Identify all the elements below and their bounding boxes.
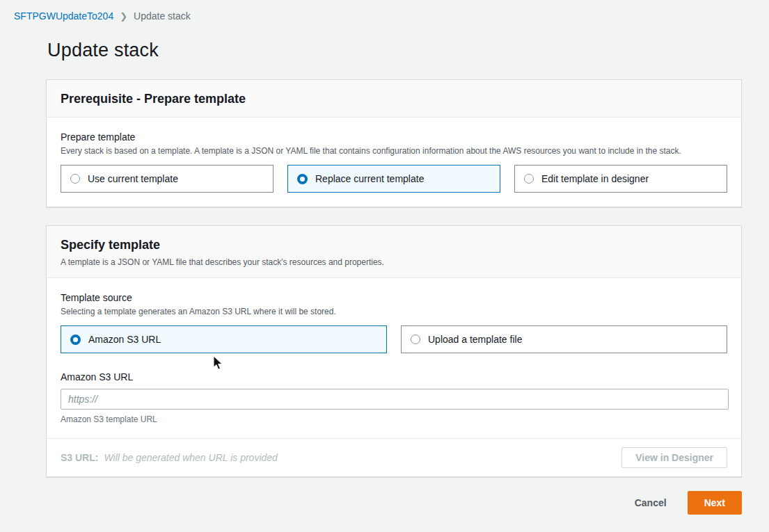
- specify-template-title: Specify template: [61, 238, 727, 252]
- breadcrumb-stack-link[interactable]: SFTPGWUpdateTo204: [14, 10, 113, 22]
- s3-url-status-label: S3 URL:: [61, 452, 98, 463]
- amazon-s3-url-label: Amazon S3 URL: [61, 371, 727, 382]
- radio-label: Use current template: [88, 173, 178, 184]
- radio-tile-upload-template-file[interactable]: Upload a template file: [401, 325, 727, 353]
- prerequisite-card: Prerequisite - Prepare template Prepare …: [46, 79, 742, 207]
- specify-template-card-body: Template source Selecting a template gen…: [47, 278, 741, 438]
- amazon-s3-url-input[interactable]: [61, 389, 729, 410]
- breadcrumb: SFTPGWUpdateTo204 ❯ Update stack: [0, 0, 769, 22]
- prepare-template-description: Every stack is based on a template. A te…: [61, 146, 727, 156]
- prerequisite-card-body: Prepare template Every stack is based on…: [47, 118, 741, 207]
- breadcrumb-current: Update stack: [134, 10, 191, 22]
- cancel-button[interactable]: Cancel: [635, 497, 667, 508]
- radio-icon[interactable]: [411, 334, 420, 344]
- radio-tile-amazon-s3-url[interactable]: Amazon S3 URL: [61, 325, 387, 353]
- specify-template-description: A template is a JSON or YAML file that d…: [61, 257, 727, 267]
- view-in-designer-button[interactable]: View in Designer: [621, 447, 727, 468]
- radio-icon[interactable]: [524, 174, 534, 184]
- breadcrumb-chevron-icon: ❯: [120, 11, 127, 22]
- form-actions: Cancel Next: [46, 491, 742, 515]
- prerequisite-card-header: Prerequisite - Prepare template: [47, 80, 741, 118]
- next-button[interactable]: Next: [688, 491, 742, 515]
- prerequisite-card-title: Prerequisite - Prepare template: [61, 92, 727, 106]
- s3-url-status-value: Will be generated when URL is provided: [104, 452, 277, 463]
- s3-url-status: S3 URL: Will be generated when URL is pr…: [61, 452, 278, 463]
- amazon-s3-url-helper: Amazon S3 template URL: [61, 414, 727, 424]
- radio-checked-icon[interactable]: [297, 174, 308, 184]
- radio-label: Amazon S3 URL: [88, 334, 161, 345]
- template-source-options: Amazon S3 URL Upload a template file: [61, 325, 727, 353]
- specify-template-card-header: Specify template A template is a JSON or…: [47, 226, 741, 278]
- specify-template-card-footer: S3 URL: Will be generated when URL is pr…: [47, 438, 741, 476]
- specify-template-card: Specify template A template is a JSON or…: [46, 225, 742, 477]
- radio-label: Edit template in designer: [541, 173, 649, 184]
- radio-label: Upload a template file: [428, 334, 522, 345]
- radio-checked-icon[interactable]: [70, 334, 81, 345]
- radio-tile-replace-current-template[interactable]: Replace current template: [287, 165, 500, 193]
- template-source-label: Template source: [61, 292, 727, 303]
- radio-icon[interactable]: [70, 174, 80, 184]
- prepare-template-options: Use current template Replace current tem…: [61, 165, 727, 193]
- radio-tile-edit-template-in-designer[interactable]: Edit template in designer: [514, 165, 727, 193]
- prepare-template-label: Prepare template: [61, 131, 727, 143]
- radio-label: Replace current template: [315, 173, 424, 184]
- radio-tile-use-current-template[interactable]: Use current template: [61, 165, 273, 193]
- page-title: Update stack: [47, 40, 742, 61]
- template-source-description: Selecting a template generates an Amazon…: [61, 307, 727, 316]
